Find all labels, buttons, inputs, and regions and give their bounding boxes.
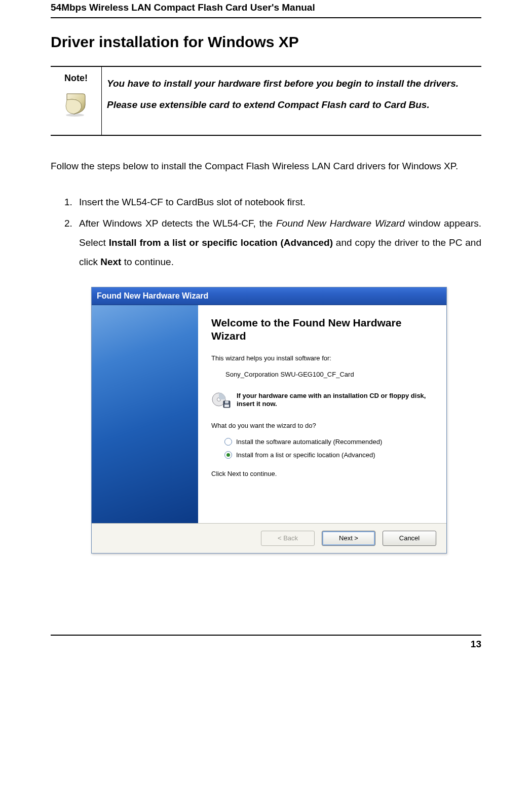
wizard-window: Found New Hardware Wizard Welcome to the… xyxy=(91,287,447,554)
step-2-italic: Found New Hardware Wizard xyxy=(276,218,405,229)
svg-rect-4 xyxy=(225,401,229,403)
radio-unchecked-icon xyxy=(224,438,232,446)
note-line-1: You have to install your hardware first … xyxy=(107,73,476,94)
section-title: Driver installation for Windows XP xyxy=(51,33,481,51)
next-button[interactable]: Next > xyxy=(322,531,375,546)
cancel-button[interactable]: Cancel xyxy=(383,531,436,546)
radio-checked-icon xyxy=(224,451,232,459)
note-box: Note! xyxy=(51,66,481,136)
wizard-screenshot: Found New Hardware Wizard Welcome to the… xyxy=(51,287,481,554)
header-rule xyxy=(51,17,481,18)
steps-list: Insert the WL54-CF to CardBus slot of no… xyxy=(51,193,481,272)
wizard-footer: < Back Next > Cancel xyxy=(92,523,446,553)
back-button[interactable]: < Back xyxy=(261,531,315,546)
wizard-helps-text: This wizard helps you install software f… xyxy=(211,354,433,363)
step-2-text-a: After Windows XP detects the WL54-CF, th… xyxy=(79,218,276,229)
step-2-bold-2: Next xyxy=(100,256,121,267)
manual-header-title: 54Mbps Wireless LAN Compact Flash Card U… xyxy=(51,0,481,17)
wizard-main-title: Welcome to the Found New Hardware Wizard xyxy=(211,316,433,343)
intro-paragraph: Follow the steps below to install the Co… xyxy=(51,156,481,176)
note-page-curl-icon xyxy=(63,91,89,117)
radio-install-auto[interactable]: Install the software automatically (Reco… xyxy=(224,437,433,447)
wizard-question: What do you want the wizard to do? xyxy=(211,421,433,430)
wizard-device-name: Sony_Corporation SWU-GEG100_CF_Card xyxy=(225,370,433,379)
wizard-titlebar-text: Found New Hardware Wizard xyxy=(97,291,208,301)
note-label: Note! xyxy=(56,73,96,84)
radio-install-advanced-label: Install from a list or specific location… xyxy=(236,451,375,460)
step-1: Insert the WL54-CF to CardBus slot of no… xyxy=(75,193,481,212)
radio-install-advanced[interactable]: Install from a list or specific location… xyxy=(224,451,433,460)
radio-install-auto-label: Install the software automatically (Reco… xyxy=(236,437,382,447)
wizard-click-next-text: Click Next to continue. xyxy=(211,469,433,478)
step-2-bold-1: Install from a list or specific location… xyxy=(109,237,333,248)
note-line-2: Please use extensible card to extend Com… xyxy=(107,94,476,116)
page-number: 13 xyxy=(51,636,481,656)
wizard-titlebar: Found New Hardware Wizard xyxy=(92,287,446,305)
wizard-media-text: If your hardware came with an installati… xyxy=(237,392,433,409)
cd-floppy-icon xyxy=(211,391,232,409)
svg-rect-5 xyxy=(224,404,229,407)
wizard-side-graphic xyxy=(92,305,198,523)
step-2: After Windows XP detects the WL54-CF, th… xyxy=(75,214,481,272)
svg-point-0 xyxy=(66,114,84,117)
step-2-text-d: to continue. xyxy=(121,256,174,267)
